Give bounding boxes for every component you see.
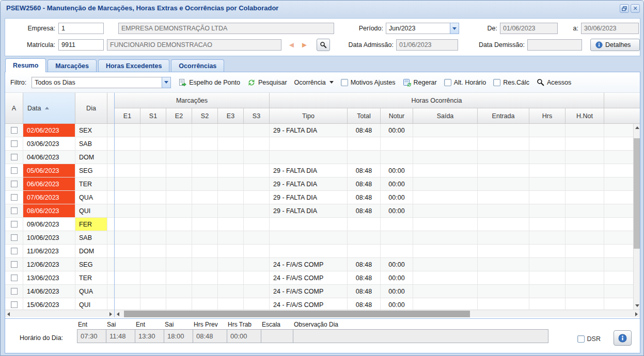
grid-row[interactable]: 29 - FALTA DIA08:4800:00 <box>115 177 633 191</box>
acessos-button[interactable]: Acessos <box>537 78 571 86</box>
pesquisar-button[interactable]: Pesquisar <box>247 78 287 87</box>
column-header-s1[interactable]: S1 <box>140 108 166 124</box>
grid-row[interactable]: 12/06/2023SEG <box>5 258 114 271</box>
grid-row[interactable]: 24 - F/A/S COMP08:4800:00 <box>115 271 633 285</box>
scroll-left-icon[interactable] <box>5 310 12 318</box>
employee-search-button[interactable] <box>317 39 330 51</box>
filtro-combo-value[interactable]: Todos os Dias <box>32 77 162 88</box>
filtro-combo[interactable]: Todos os Dias <box>32 77 171 88</box>
row-select-checkbox[interactable] <box>11 207 18 214</box>
matricula-input[interactable]: 9911 <box>58 39 104 51</box>
empresa-input[interactable]: 1 <box>58 23 104 34</box>
column-header-tipo[interactable]: Tipo <box>270 108 348 124</box>
grid-row[interactable]: 02/06/2023SEX <box>5 124 114 137</box>
grid-row[interactable]: 08/06/2023QUI <box>5 204 114 218</box>
regerar-button[interactable]: Regerar <box>403 78 437 87</box>
grid-row[interactable]: 24 - F/A/S COMP08:4800:00 <box>115 285 633 298</box>
column-header-e3[interactable]: E3 <box>218 108 244 124</box>
cell-data[interactable]: 12/06/2023 <box>23 258 75 271</box>
grid-row[interactable]: 11/06/2023DOM <box>5 245 114 258</box>
close-window-icon[interactable]: ✕ <box>631 4 640 13</box>
grid-row[interactable]: 10/06/2023SAB <box>5 231 114 245</box>
column-header-sa-da[interactable]: Saída <box>413 108 478 124</box>
grid-row[interactable] <box>115 231 633 245</box>
row-select-checkbox[interactable] <box>11 140 18 147</box>
res-calc-checkbox-box[interactable] <box>493 79 500 86</box>
row-select-checkbox[interactable] <box>11 234 18 241</box>
cell-data[interactable]: 15/06/2023 <box>23 298 75 310</box>
ocorrencia-menu-button[interactable]: Ocorrência <box>294 79 334 86</box>
tab-horas-excedentes[interactable]: Horas Excedentes <box>98 59 169 72</box>
column-header-entrada[interactable]: Entrada <box>478 108 529 124</box>
next-record-icon[interactable]: ► <box>301 39 308 51</box>
scroll-right-icon[interactable] <box>633 310 640 318</box>
grid-row[interactable] <box>115 137 633 151</box>
row-select-checkbox[interactable] <box>11 221 18 228</box>
row-select-checkbox[interactable] <box>11 261 18 268</box>
column-header-s3[interactable]: S3 <box>244 108 270 124</box>
tab-marcações[interactable]: Marcações <box>48 59 97 72</box>
periodo-combo-value[interactable]: Jun/2023 <box>386 23 450 34</box>
tab-resumo[interactable]: Resumo <box>5 58 46 72</box>
cell-data[interactable]: 08/06/2023 <box>23 204 75 218</box>
column-header-dia[interactable]: Dia <box>75 93 107 124</box>
scroll-up-icon[interactable] <box>634 124 640 132</box>
column-header-notur[interactable]: Notur <box>381 108 413 124</box>
tab-ocorrências[interactable]: Ocorrências <box>171 59 224 72</box>
column-header-s2[interactable]: S2 <box>192 108 218 124</box>
grid-row[interactable]: 29 - FALTA DIA08:4800:00 <box>115 191 633 204</box>
column-header-h-not[interactable]: H.Not <box>566 108 604 124</box>
cell-data[interactable]: 02/06/2023 <box>23 124 75 137</box>
grid-row[interactable]: 29 - FALTA DIA08:4800:00 <box>115 124 633 137</box>
dsr-checkbox[interactable]: DSR <box>577 335 601 343</box>
grid-row[interactable]: 24 - F/A/S COMP08:4800:00 <box>115 298 633 310</box>
row-select-checkbox[interactable] <box>11 248 18 254</box>
grid-row[interactable]: 29 - FALTA DIA08:4800:00 <box>115 204 633 218</box>
cell-data[interactable]: 11/06/2023 <box>23 245 75 258</box>
column-header-e2[interactable]: E2 <box>166 108 192 124</box>
scroll-down-icon[interactable] <box>634 302 640 310</box>
row-select-checkbox[interactable] <box>11 274 18 281</box>
grid-row[interactable]: 14/06/2023QUA <box>5 285 114 298</box>
row-select-checkbox[interactable] <box>11 288 18 295</box>
alt-horario-checkbox[interactable]: Alt. Horário <box>444 79 486 86</box>
day-info-button[interactable] <box>614 330 632 346</box>
motivos-ajustes-checkbox-box[interactable] <box>341 79 348 86</box>
row-select-checkbox[interactable] <box>11 181 18 187</box>
grid-row[interactable]: 13/06/2023TER <box>5 271 114 285</box>
cell-data[interactable]: 10/06/2023 <box>23 231 75 245</box>
periodo-combo[interactable]: Jun/2023 <box>386 23 459 34</box>
grid-row[interactable] <box>115 151 633 164</box>
column-header-hrs[interactable]: Hrs <box>529 108 566 124</box>
cell-data[interactable]: 14/06/2023 <box>23 285 75 298</box>
vertical-scrollbar[interactable] <box>633 124 640 310</box>
cell-data[interactable]: 13/06/2023 <box>23 271 75 285</box>
grid-row[interactable]: 05/06/2023SEG <box>5 164 114 177</box>
cell-data[interactable]: 03/06/2023 <box>23 137 75 151</box>
column-header-a[interactable]: A <box>5 93 23 124</box>
detalhes-button[interactable]: Detalhes <box>590 39 640 51</box>
dsr-checkbox-box[interactable] <box>577 335 585 343</box>
cell-data[interactable]: 09/06/2023 <box>23 218 75 231</box>
column-header-data[interactable]: Data <box>23 93 75 124</box>
filtro-combo-caret-icon[interactable] <box>162 77 171 88</box>
motivos-ajustes-checkbox[interactable]: Motivos Ajustes <box>341 79 396 86</box>
cell-data[interactable]: 04/06/2023 <box>23 151 75 164</box>
horizontal-scroll-thumb[interactable] <box>124 311 470 317</box>
row-select-checkbox[interactable] <box>11 194 18 201</box>
prev-record-icon[interactable]: ◄ <box>288 39 295 51</box>
vertical-scroll-thumb[interactable] <box>634 138 640 249</box>
periodo-combo-caret-icon[interactable] <box>450 23 459 34</box>
grid-row[interactable]: 07/06/2023QUA <box>5 191 114 204</box>
horizontal-scrollbar-frozen[interactable] <box>5 310 114 317</box>
espelho-de-ponto-button[interactable]: Espelho de Ponto <box>178 78 240 87</box>
row-select-checkbox[interactable] <box>11 167 18 174</box>
row-select-checkbox[interactable] <box>11 154 18 160</box>
restore-window-icon[interactable] <box>620 4 629 13</box>
grid-row[interactable]: 24 - F/A/S COMP08:4800:00 <box>115 258 633 271</box>
grid-row[interactable]: 09/06/2023FER <box>5 218 114 231</box>
grid-row[interactable]: 03/06/2023SAB <box>5 137 114 151</box>
column-header-total[interactable]: Total <box>348 108 381 124</box>
cell-data[interactable]: 05/06/2023 <box>23 164 75 177</box>
cell-data[interactable]: 06/06/2023 <box>23 177 75 191</box>
